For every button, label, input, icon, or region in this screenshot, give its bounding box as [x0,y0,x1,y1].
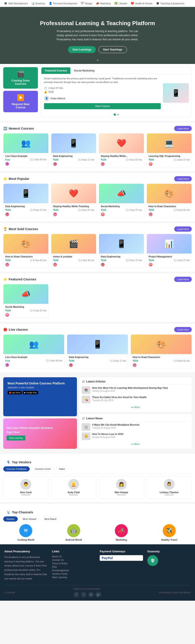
course-avatar-row: 👤 [5,363,62,367]
course-card-live-class[interactable]: 👥 Live Class Example Free 🕐 1 hour 45 mi… [3,133,48,168]
popular-card-2[interactable]: ❤️ Staying Healthy While Traveling ₹100 … [51,184,96,218]
course-card-data-eng[interactable]: 📱 Data Engineering ₹100 🕐 3 hour 17 min … [51,133,96,168]
twitter-icon[interactable]: t [81,592,86,598]
live-card-1[interactable]: 👥 Live Class Example Free 🕐 1 hour 45 mi… [3,334,64,369]
app-store-badge[interactable]: 🍎 App Store [8,391,22,394]
popular-card-1[interactable]: 📱 Data Engineering ₹100 🕐 9 hour 17 min … [3,184,48,218]
nav-item-teaching[interactable]: 🎓 Teaching & Academics [154,0,186,7]
scroll-chevron-icon[interactable]: ⌄ [96,57,99,62]
footer-link-kb[interactable]: Knowledgebase [52,569,95,572]
footer-link-vendors[interactable]: Vendors Panel [52,572,95,575]
channel-card-marketing[interactable]: 📣 Marketing [99,524,144,541]
nav-item-lifestyle[interactable]: 🌿 Lifestyle [112,0,129,7]
course-duration: 🕐 4 hour 07 min [78,209,94,211]
news-item-1[interactable]: 🏢 4 Ways We Can Avoid Workplace Burnout … [82,423,189,431]
course-price: ₹250 [132,360,138,362]
vendor-card-1[interactable]: 👨 Alex Cook Instructor [3,476,48,499]
channel-tab-best-rated[interactable]: Best Rated [41,516,59,522]
featured-load-more-button[interactable]: Load more [174,277,192,282]
article-text-1: How One Mom Fits In Learning Web Develop… [92,386,189,394]
channels-grid: W Cooking World 🤖 Android World 📣 Market… [3,524,192,541]
nav-item-design[interactable]: ✂️ Design [79,0,94,7]
nav-item-personal[interactable]: 👤 Personal Development [47,0,79,7]
featured-area: 🎬 Coming Soon Courses ▶️ Request New Cou… [0,64,195,121]
start-learning-button[interactable]: Start Learnings [68,46,96,53]
featured-card-social[interactable]: 📣 Social Marketing ₹100 🕐 1 hour 27 min … [3,284,48,319]
news-more-link[interactable]: ••• More [82,442,189,446]
footer-payment-col: Payment Gateways PayPal [100,550,143,581]
tab-social-marketing[interactable]: Social Marketing [70,68,98,74]
course-card-sql[interactable]: 💻 Learning SQL Programming ₹500 🕐 1 hour… [147,133,192,168]
channel-card-android[interactable]: 🤖 Android World [51,524,96,541]
course-avatar-row: 👱 [5,313,46,317]
view-course-button[interactable]: View Course [44,103,161,109]
sold-card-3[interactable]: 📱 Data Engineering ₹150 🕐 3 hour 17 min … [99,234,144,268]
vendor-tab-feedback[interactable]: Courses Feedback [3,466,30,472]
live-classes-title: 🔴 Live classes [3,328,28,332]
nav-item-health[interactable]: ❤️ Health & Fitness [129,0,154,7]
popular-load-more-button[interactable]: Load more [174,176,192,181]
news-item-2[interactable]: 😌 How To Stress Less In 2019 Sunday 04 A… [82,432,189,440]
popular-card-4[interactable]: 🎨 How to Draw Characters ₹250 🕐 9 hour 0… [147,184,192,218]
googleplus-icon[interactable]: g+ [96,592,101,598]
request-course-card[interactable]: ▶️ Request New Course [3,91,38,112]
tab-featured-courses[interactable]: Featured Courses [42,68,70,74]
vendor-tab-sales[interactable]: Sales [56,466,68,472]
sold-load-more-button[interactable]: Load more [174,226,192,232]
sold-thumb-4: 📊 [147,234,192,254]
channel-logo-healthy: ✈️ [163,524,176,537]
live-card-3[interactable]: 🎨 How to Draw Characters ₹250 🕐 9 hour 0… [131,334,192,369]
price-icon: 💰 [44,90,47,94]
footer-social-label: Follow us on social network: f t in g+ [74,588,101,598]
footer-link-contact[interactable]: Contact Us [52,558,95,561]
footer-guarantee-col: Guaranty 🛡️ [147,550,191,581]
footer-link-terms[interactable]: Terms & Rules [52,562,95,565]
channel-tab-most-viewed[interactable]: Most Viewed [20,516,40,522]
live-classes-header: 🔴 Live classes Load more [0,324,195,334]
course-card-healthy[interactable]: ❤️ Staying Healthy While... ₹100 🕐 4 hou… [99,133,144,168]
linkedin-icon[interactable]: in [88,592,94,598]
live-card-2[interactable]: 📱 Data Engineering ₹100 🕐 3 hour 17 min … [67,334,128,369]
channel-tab-newest[interactable]: Newest [3,516,18,522]
google-play-badge[interactable]: ▶ Google Play [23,391,38,394]
article-item-1[interactable]: 📚 How One Mom Fits In Learning Web Devel… [82,386,189,394]
course-price: ₹100 [53,209,58,212]
promo-section: Most Powerful Online Courses Platform Ap… [0,374,195,452]
vendor-card-3[interactable]: 👩 Mari Kalupa Instructor [99,476,144,499]
articles-more-link[interactable]: ••• More [82,405,189,409]
news-thumb-2: 😌 [82,432,90,440]
carousel-dot-2[interactable] [117,114,119,116]
popular-courses-grid: 📱 Data Engineering ₹100 🕐 9 hour 17 min … [0,184,195,222]
vendor-card-4[interactable]: 👩‍💼 Lindsey Thaxton Instructor [147,476,192,499]
vendor-tab-count[interactable]: Courses Count [32,466,54,472]
channel-logo-android: 🤖 [67,524,80,537]
nav-item-web-dev[interactable]: 💻 Web Development [2,0,30,7]
course-avatar-row: 👩‍💼 [132,363,190,367]
sold-card-1[interactable]: 🎨 How to Draw Characters ₹250 🕐 9 hour 0… [3,234,48,268]
nav-icon-teaching: 🎓 [156,2,160,5]
footer-link-start[interactable]: Start Learning [52,576,95,578]
course-thumb-1: 📱 [4,184,48,203]
live-classes-section: 🔴 Live classes Load more 👥 Live Class Ex… [0,324,195,372]
featured-course-meta: 🕐 1 hour 27 min 💰 ₹100 [44,86,161,94]
article-item-2[interactable]: 💊 These So-Called Vices Are Good for You… [82,396,189,403]
footer-link-about[interactable]: About Us [52,555,95,558]
start-teaching-button[interactable]: Start Teachings [98,46,127,53]
promo-start-btn[interactable]: Start Learning [6,436,25,440]
newest-load-more-button[interactable]: Load more [174,126,192,131]
vendor-card-2[interactable]: 👱 Andy Field Instructor [51,476,96,499]
instructor-avatar: 👤 [44,96,49,101]
live-load-more-button[interactable]: Load more [174,327,192,332]
nav-item-marketing[interactable]: 📣 Marketing [94,0,112,7]
avatar: 👩‍💼 [132,363,136,367]
nav-item-business[interactable]: 📊 Business [30,0,47,7]
coming-soon-card[interactable]: 🎬 Coming Soon Courses [3,67,38,89]
channel-card-healthy[interactable]: ✈️ Healthy Travel [147,524,192,541]
facebook-icon[interactable]: f [74,592,79,598]
popular-card-3[interactable]: 📣 Social Marketing ₹100 🕐 1 hour 27 min … [99,184,144,218]
channel-card-cooking[interactable]: W Cooking World [3,524,48,541]
footer-link-faq[interactable]: FAQ [52,566,95,568]
carousel-dot-1[interactable] [114,114,116,116]
sold-card-4[interactable]: 📊 Project Management ₹100 🕐 1 hour 27 mi… [147,234,192,268]
sold-card-2[interactable]: 🎬 vimeo & youtube ₹100 🕐 1 hour 30 min 👨 [51,234,96,268]
